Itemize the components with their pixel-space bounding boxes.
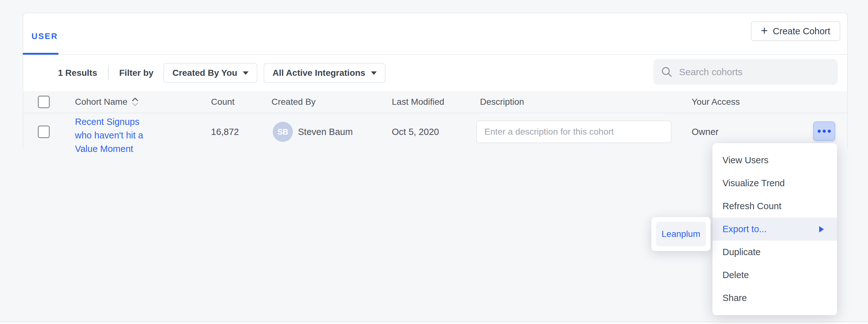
cohort-count: 16,872 — [211, 127, 239, 137]
submenu-item-leanplum[interactable]: Leanplum — [656, 222, 706, 246]
tab-user[interactable]: USER — [31, 31, 58, 41]
column-count: Count — [211, 97, 235, 107]
column-your-access: Your Access — [692, 97, 740, 107]
create-cohort-button[interactable]: + Create Cohort — [751, 22, 840, 41]
menu-item-export-to[interactable]: Export to... — [712, 218, 837, 241]
cohorts-page: USER + Create Cohort 1 Results Filter by… — [0, 0, 868, 324]
more-options-button[interactable] — [813, 121, 835, 141]
more-options-icon — [823, 130, 826, 133]
creator-name: Steven Baum — [298, 127, 353, 137]
cohort-name-link[interactable]: Recent Signups who haven't hit a Value M… — [75, 115, 157, 156]
menu-item-refresh-count[interactable]: Refresh Count — [712, 195, 837, 218]
column-description: Description — [480, 97, 524, 107]
results-count: 1 Results — [58, 68, 97, 78]
avatar: SB — [273, 122, 293, 142]
create-cohort-label: Create Cohort — [773, 26, 830, 36]
search-cohorts-box — [653, 59, 838, 85]
submenu-arrow-icon — [819, 226, 824, 232]
bottom-section-divider — [0, 322, 868, 324]
access-level: Owner — [692, 127, 718, 137]
export-submenu: Leanplum — [651, 217, 711, 251]
search-input[interactable] — [679, 67, 830, 77]
chevron-down-icon — [371, 71, 377, 75]
column-created-by: Created By — [272, 97, 316, 107]
tab-bar: USER + Create Cohort — [23, 13, 847, 55]
table-header: Cohort Name Count Created By Last Modifi… — [23, 91, 847, 113]
menu-item-duplicate[interactable]: Duplicate — [712, 241, 837, 263]
more-options-icon — [817, 130, 821, 133]
menu-item-share[interactable]: Share — [712, 287, 837, 310]
export-to-label: Export to... — [722, 224, 767, 235]
cohort-name-header-label: Cohort Name — [75, 97, 128, 107]
select-all-checkbox[interactable] — [38, 96, 50, 108]
chevron-down-icon — [243, 71, 248, 75]
sort-icon — [131, 97, 139, 107]
row-checkbox[interactable] — [38, 125, 50, 138]
menu-item-delete[interactable]: Delete — [712, 263, 837, 287]
integrations-dropdown[interactable]: All Active Integrations — [264, 63, 385, 83]
filter-bar: 1 Results Filter by Created By You All A… — [23, 55, 847, 91]
menu-item-visualize-trend[interactable]: Visualize Trend — [712, 172, 837, 195]
vertical-divider — [108, 66, 108, 80]
plus-icon: + — [761, 25, 768, 36]
menu-item-view-users[interactable]: View Users — [712, 149, 837, 172]
more-options-icon — [828, 130, 831, 133]
filter-by-label: Filter by — [119, 68, 154, 78]
created-by-dropdown[interactable]: Created By You — [163, 63, 257, 83]
cohorts-card: USER + Create Cohort 1 Results Filter by… — [23, 12, 848, 150]
search-icon — [661, 66, 673, 78]
row-context-menu: View Users Visualize Trend Refresh Count… — [712, 143, 837, 315]
integrations-dropdown-label: All Active Integrations — [273, 68, 365, 78]
created-by-dropdown-label: Created By You — [172, 68, 237, 78]
last-modified-date: Oct 5, 2020 — [392, 127, 439, 137]
description-input[interactable] — [476, 120, 672, 143]
column-last-modified: Last Modified — [392, 97, 444, 107]
column-cohort-name[interactable]: Cohort Name — [75, 97, 139, 107]
